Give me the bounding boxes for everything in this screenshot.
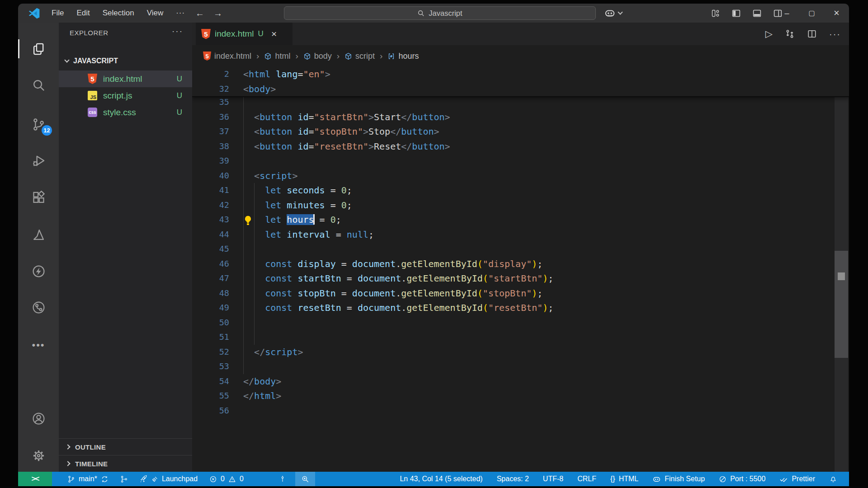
- menu-view[interactable]: View: [142, 7, 169, 19]
- code-line-40[interactable]: 40 <script>: [192, 169, 849, 183]
- line-number[interactable]: 47: [192, 271, 229, 286]
- git-graph-status[interactable]: [120, 475, 128, 483]
- tab-index-html[interactable]: 5 index.html U ×: [196, 23, 292, 45]
- line-number[interactable]: 41: [192, 183, 229, 198]
- menu-edit[interactable]: Edit: [71, 7, 95, 19]
- menu-file[interactable]: File: [46, 7, 69, 19]
- code-line-38[interactable]: 38 <button id="resetBtn">Reset</button>: [192, 139, 849, 154]
- git-branch-status[interactable]: main*: [67, 475, 108, 483]
- customize-layout-icon[interactable]: [711, 9, 720, 18]
- file-style.css[interactable]: cssstyle.cssU: [59, 104, 192, 121]
- code-line-49[interactable]: 49 const resetBtn = document.getElementB…: [192, 300, 849, 315]
- maximize-button[interactable]: ▢: [799, 4, 824, 23]
- extensions-icon[interactable]: [18, 186, 59, 209]
- line-number[interactable]: 39: [192, 154, 229, 169]
- back-icon[interactable]: ←: [195, 8, 204, 19]
- code-line-2[interactable]: 2<html lang="en">: [192, 67, 849, 82]
- line-number[interactable]: 44: [192, 227, 229, 242]
- timeline-panel-header[interactable]: TIMELINE: [59, 455, 192, 472]
- line-number[interactable]: 45: [192, 242, 229, 257]
- remote-indicator[interactable]: ><: [18, 472, 52, 486]
- code-line-46[interactable]: 46 const display = document.getElementBy…: [192, 257, 849, 272]
- problems-status[interactable]: 0 0: [209, 475, 244, 483]
- line-number[interactable]: 42: [192, 198, 229, 213]
- menu-more-icon[interactable]: ···: [170, 9, 190, 18]
- code-line-50[interactable]: 50: [192, 315, 849, 330]
- line-number[interactable]: 38: [192, 139, 229, 154]
- code-line-43[interactable]: 43 let hours = 0;: [192, 212, 849, 227]
- port-forward-status[interactable]: [279, 475, 286, 483]
- line-number[interactable]: 36: [192, 110, 229, 125]
- forward-icon[interactable]: →: [213, 8, 222, 19]
- source-control-icon[interactable]: 12: [18, 113, 59, 136]
- breadcrumb-body[interactable]: body: [303, 52, 332, 61]
- zoom-status[interactable]: [295, 472, 315, 486]
- outline-panel-header[interactable]: OUTLINE: [59, 438, 192, 455]
- line-number[interactable]: 54: [192, 374, 229, 389]
- notifications-bell-icon[interactable]: [829, 475, 837, 483]
- breadcrumb-html[interactable]: html: [264, 52, 290, 61]
- breadcrumb-hours[interactable]: hours: [387, 52, 419, 61]
- line-number[interactable]: 53: [192, 359, 229, 374]
- minimize-button[interactable]: –: [774, 4, 799, 23]
- editor-more-icon[interactable]: ···: [829, 29, 841, 39]
- toggle-panel-icon[interactable]: [752, 9, 762, 18]
- extension-triangle-icon[interactable]: [18, 223, 59, 246]
- code-line-41[interactable]: 41 let seconds = 0;: [192, 183, 849, 198]
- search-icon[interactable]: [18, 74, 59, 96]
- code-line-45[interactable]: 45: [192, 242, 849, 257]
- line-number[interactable]: 51: [192, 330, 229, 345]
- encoding-status[interactable]: UTF-8: [543, 475, 563, 483]
- eol-status[interactable]: CRLF: [577, 475, 596, 483]
- toggle-sidebar-icon[interactable]: [731, 9, 741, 18]
- code-line-47[interactable]: 47 const startBtn = document.getElementB…: [192, 271, 849, 286]
- line-number[interactable]: 2: [192, 67, 229, 82]
- line-number[interactable]: 55: [192, 389, 229, 404]
- file-script.js[interactable]: JSscript.jsU: [59, 87, 192, 104]
- breadcrumb-script[interactable]: script: [344, 52, 375, 61]
- line-number[interactable]: 56: [192, 404, 229, 418]
- code-line-51[interactable]: 51: [192, 330, 849, 345]
- line-number[interactable]: 43: [192, 212, 229, 227]
- menu-selection[interactable]: Selection: [97, 7, 140, 19]
- live-server-port-status[interactable]: Port : 5500: [719, 475, 765, 483]
- code-line-54[interactable]: 54</body>: [192, 374, 849, 389]
- code-line-39[interactable]: 39: [192, 154, 849, 169]
- code-line-53[interactable]: 53: [192, 359, 849, 374]
- line-number[interactable]: 32: [192, 82, 229, 97]
- open-changes-icon[interactable]: [785, 29, 795, 39]
- more-views-icon[interactable]: •••: [18, 334, 59, 357]
- account-icon[interactable]: [18, 407, 59, 430]
- run-preview-icon[interactable]: ▷: [765, 28, 773, 39]
- code-line-56[interactable]: 56: [192, 404, 849, 418]
- gitlens-icon[interactable]: [18, 296, 59, 319]
- code-line-42[interactable]: 42 let minutes = 0;: [192, 198, 849, 213]
- launchpad-status[interactable]: Launchpad: [140, 475, 198, 483]
- line-number[interactable]: 46: [192, 257, 229, 272]
- code-line-48[interactable]: 48 const stopBtn = document.getElementBy…: [192, 286, 849, 301]
- cursor-position-status[interactable]: Ln 43, Col 14 (5 selected): [400, 475, 482, 483]
- line-number[interactable]: 50: [192, 315, 229, 330]
- code-editor[interactable]: 3536 <button id="startBtn">Start</button…: [192, 67, 849, 472]
- line-number[interactable]: 37: [192, 124, 229, 139]
- run-debug-icon[interactable]: [18, 149, 59, 172]
- close-button[interactable]: ×: [824, 4, 849, 23]
- code-line-55[interactable]: 55</html>: [192, 389, 849, 404]
- prettier-status[interactable]: Prettier: [779, 475, 815, 483]
- explorer-icon[interactable]: [18, 38, 59, 60]
- code-line-37[interactable]: 37 <button id="stopBtn">Stop</button>: [192, 124, 849, 139]
- code-line-32[interactable]: 32<body>: [192, 82, 849, 97]
- settings-gear-icon[interactable]: [18, 444, 59, 467]
- thunder-client-icon[interactable]: [18, 260, 59, 282]
- scrollbar-thumb[interactable]: [835, 251, 848, 358]
- breadcrumb-index-html[interactable]: 5index.html: [203, 52, 251, 61]
- code-line-52[interactable]: 52 </script>: [192, 345, 849, 360]
- code-line-36[interactable]: 36 <button id="startBtn">Start</button>: [192, 110, 849, 125]
- workspace-section-header[interactable]: JAVASCRIPT: [59, 53, 192, 69]
- line-number[interactable]: 48: [192, 286, 229, 301]
- code-line-44[interactable]: 44 let interval = null;: [192, 227, 849, 242]
- language-status[interactable]: {} HTML: [610, 475, 638, 483]
- file-index.html[interactable]: 5index.htmlU: [59, 70, 192, 87]
- explorer-more-icon[interactable]: ···: [172, 26, 183, 36]
- command-center-search[interactable]: Javascript: [284, 6, 596, 20]
